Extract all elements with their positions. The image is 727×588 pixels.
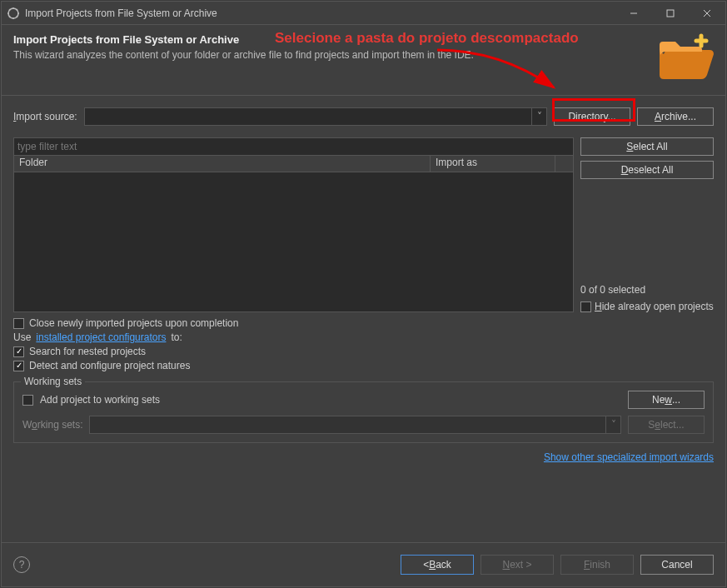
chevron-down-icon[interactable]: ˅ — [531, 108, 546, 125]
detect-natures-label: Detect and configure project natures — [29, 360, 190, 371]
svg-point-4 — [17, 12, 19, 14]
specialized-wizards-link[interactable]: Show other specialized import wizards — [544, 451, 714, 463]
close-newly-checkbox[interactable] — [13, 318, 24, 329]
import-source-combo[interactable]: ˅ — [84, 107, 547, 126]
table-header: Folder Import as — [13, 156, 574, 172]
archive-button[interactable]: Archive... — [637, 107, 714, 126]
search-nested-checkbox[interactable] — [13, 346, 24, 357]
new-working-set-button[interactable]: New... — [628, 391, 705, 409]
wizard-footer: ? < Back Next > Finish Cancel — [2, 542, 725, 586]
svg-point-6 — [16, 8, 17, 10]
wizard-title: Import Projects from File System or Arch… — [13, 33, 655, 46]
column-folder[interactable]: Folder — [14, 156, 431, 172]
wizard-header: Import Projects from File System or Arch… — [2, 25, 725, 96]
detect-natures-checkbox[interactable] — [13, 361, 24, 371]
chevron-down-icon: ˅ — [605, 416, 620, 433]
selection-count: 0 of 0 selected — [580, 284, 714, 296]
minimize-button[interactable] — [615, 2, 652, 25]
select-working-set-button: Select... — [628, 416, 705, 434]
cancel-button[interactable]: Cancel — [640, 555, 714, 575]
working-sets-group: Working sets Add project to working sets… — [13, 381, 714, 443]
svg-point-8 — [16, 16, 17, 17]
wizard-subtitle: This wizard analyzes the content of your… — [13, 49, 655, 61]
projects-table-body[interactable] — [13, 172, 574, 312]
app-icon — [7, 7, 20, 20]
import-source-input[interactable] — [85, 108, 531, 125]
search-nested-label: Search for nested projects — [29, 346, 146, 357]
use-configurators-suffix: to: — [171, 331, 182, 343]
working-sets-legend: Working sets — [21, 376, 85, 387]
close-button[interactable] — [689, 2, 725, 25]
maximize-button[interactable] — [652, 2, 689, 25]
hide-open-projects-label: Hide already open projects — [595, 301, 714, 312]
filter-input[interactable] — [13, 137, 574, 156]
svg-point-2 — [12, 17, 14, 19]
hide-open-projects-checkbox[interactable] — [580, 301, 591, 312]
next-button: Next > — [481, 555, 554, 575]
working-sets-label: Working sets: — [22, 419, 82, 431]
svg-point-1 — [12, 7, 14, 9]
window-title: Import Projects from File System or Arch… — [25, 7, 615, 19]
directory-button[interactable]: Directory... — [554, 107, 630, 126]
import-wizard-icon — [655, 33, 714, 83]
finish-button: Finish — [560, 555, 634, 575]
help-button[interactable]: ? — [13, 556, 30, 573]
back-button[interactable]: < Back — [401, 555, 474, 575]
import-source-label: Import source: — [13, 111, 77, 122]
column-import-as[interactable]: Import as — [431, 156, 555, 172]
working-sets-combo: ˅ — [89, 416, 621, 434]
add-to-working-sets-label: Add project to working sets — [40, 394, 160, 406]
svg-point-3 — [7, 12, 9, 14]
add-to-working-sets-checkbox[interactable] — [22, 395, 33, 406]
deselect-all-button[interactable]: Deselect All — [580, 161, 714, 179]
close-newly-label: Close newly imported projects upon compl… — [29, 317, 238, 329]
configurators-link[interactable]: installed project configurators — [36, 331, 166, 343]
svg-rect-10 — [667, 10, 674, 17]
title-bar: Import Projects from File System or Arch… — [2, 2, 725, 25]
select-all-button[interactable]: Select All — [580, 137, 714, 156]
svg-point-7 — [9, 16, 11, 17]
use-configurators-prefix: Use — [13, 331, 31, 343]
svg-point-5 — [9, 8, 11, 10]
